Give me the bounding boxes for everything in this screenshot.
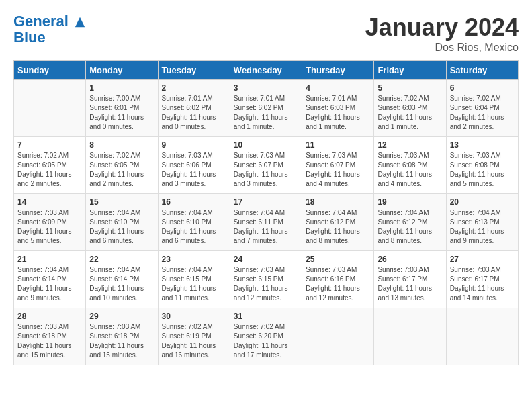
day-number: 25 (306, 255, 370, 264)
calendar-cell: 24Sunrise: 7:03 AM Sunset: 6:15 PM Dayli… (230, 251, 302, 308)
cell-content: Sunrise: 7:03 AM Sunset: 6:08 PM Dayligh… (378, 151, 442, 189)
day-header-friday: Friday (374, 61, 446, 80)
day-header-thursday: Thursday (302, 61, 374, 80)
calendar-cell: 26Sunrise: 7:03 AM Sunset: 6:17 PM Dayli… (374, 251, 446, 308)
cell-content: Sunrise: 7:03 AM Sunset: 6:08 PM Dayligh… (450, 151, 515, 189)
logo: General Blue (13, 13, 86, 46)
cell-content: Sunrise: 7:04 AM Sunset: 6:12 PM Dayligh… (306, 208, 370, 246)
day-number: 4 (306, 83, 370, 93)
day-number: 22 (89, 255, 154, 264)
month-title: January 2024 (365, 13, 519, 42)
day-number: 17 (234, 197, 298, 207)
calendar-cell: 30Sunrise: 7:02 AM Sunset: 6:19 PM Dayli… (158, 308, 230, 365)
day-number: 11 (306, 140, 370, 150)
cell-content: Sunrise: 7:03 AM Sunset: 6:15 PM Dayligh… (234, 265, 298, 303)
calendar-cell (446, 308, 518, 365)
svg-marker-0 (75, 17, 85, 27)
calendar-cell: 5Sunrise: 7:02 AM Sunset: 6:03 PM Daylig… (374, 80, 446, 137)
calendar-cell: 4Sunrise: 7:01 AM Sunset: 6:03 PM Daylig… (302, 80, 374, 137)
calendar-cell: 19Sunrise: 7:04 AM Sunset: 6:12 PM Dayli… (374, 194, 446, 251)
cell-content: Sunrise: 7:02 AM Sunset: 6:19 PM Dayligh… (162, 322, 226, 360)
calendar-cell: 2Sunrise: 7:01 AM Sunset: 6:02 PM Daylig… (158, 80, 230, 137)
day-number: 1 (89, 83, 154, 93)
cell-content: Sunrise: 7:01 AM Sunset: 6:02 PM Dayligh… (162, 94, 226, 132)
cell-content: Sunrise: 7:03 AM Sunset: 6:17 PM Dayligh… (450, 265, 515, 303)
day-number: 3 (234, 83, 298, 93)
cell-content: Sunrise: 7:03 AM Sunset: 6:07 PM Dayligh… (306, 151, 370, 189)
calendar-cell: 12Sunrise: 7:03 AM Sunset: 6:08 PM Dayli… (374, 137, 446, 194)
calendar-cell: 13Sunrise: 7:03 AM Sunset: 6:08 PM Dayli… (446, 137, 518, 194)
cell-content: Sunrise: 7:03 AM Sunset: 6:06 PM Dayligh… (162, 151, 226, 189)
cell-content: Sunrise: 7:03 AM Sunset: 6:17 PM Dayligh… (378, 265, 442, 303)
calendar-cell: 14Sunrise: 7:03 AM Sunset: 6:09 PM Dayli… (14, 194, 86, 251)
day-number: 13 (450, 140, 515, 150)
calendar-cell: 31Sunrise: 7:02 AM Sunset: 6:20 PM Dayli… (230, 308, 302, 365)
calendar-cell: 10Sunrise: 7:03 AM Sunset: 6:07 PM Dayli… (230, 137, 302, 194)
day-number: 31 (234, 312, 298, 321)
week-row-5: 28Sunrise: 7:03 AM Sunset: 6:18 PM Dayli… (14, 308, 519, 365)
day-number: 9 (162, 140, 226, 150)
logo-text2: Blue (13, 30, 86, 46)
cell-content: Sunrise: 7:04 AM Sunset: 6:14 PM Dayligh… (17, 265, 82, 303)
cell-content: Sunrise: 7:03 AM Sunset: 6:09 PM Dayligh… (17, 208, 82, 246)
day-header-wednesday: Wednesday (230, 61, 302, 80)
day-number: 28 (17, 312, 82, 321)
day-number: 15 (89, 197, 154, 207)
week-row-2: 7Sunrise: 7:02 AM Sunset: 6:05 PM Daylig… (14, 137, 519, 194)
day-number: 24 (234, 255, 298, 264)
day-number: 26 (378, 255, 442, 264)
calendar-cell: 15Sunrise: 7:04 AM Sunset: 6:10 PM Dayli… (86, 194, 158, 251)
day-header-saturday: Saturday (446, 61, 518, 80)
cell-content: Sunrise: 7:04 AM Sunset: 6:10 PM Dayligh… (89, 208, 154, 246)
cell-content: Sunrise: 7:04 AM Sunset: 6:14 PM Dayligh… (89, 265, 154, 303)
cell-content: Sunrise: 7:02 AM Sunset: 6:03 PM Dayligh… (378, 94, 442, 132)
calendar-cell: 25Sunrise: 7:03 AM Sunset: 6:16 PM Dayli… (302, 251, 374, 308)
cell-content: Sunrise: 7:01 AM Sunset: 6:02 PM Dayligh… (234, 94, 298, 132)
calendar-cell: 7Sunrise: 7:02 AM Sunset: 6:05 PM Daylig… (14, 137, 86, 194)
calendar-cell: 27Sunrise: 7:03 AM Sunset: 6:17 PM Dayli… (446, 251, 518, 308)
day-number: 10 (234, 140, 298, 150)
calendar-table: SundayMondayTuesdayWednesdayThursdayFrid… (13, 60, 519, 365)
calendar-cell (302, 308, 374, 365)
day-number: 16 (162, 197, 226, 207)
day-number: 27 (450, 255, 515, 264)
day-number: 14 (17, 197, 82, 207)
calendar-cell: 6Sunrise: 7:02 AM Sunset: 6:04 PM Daylig… (446, 80, 518, 137)
day-number: 5 (378, 83, 442, 93)
location: Dos Rios, Mexico (365, 42, 519, 54)
cell-content: Sunrise: 7:04 AM Sunset: 6:11 PM Dayligh… (234, 208, 298, 246)
day-number: 12 (378, 140, 442, 150)
logo-text: General (13, 13, 86, 30)
calendar-cell: 23Sunrise: 7:04 AM Sunset: 6:15 PM Dayli… (158, 251, 230, 308)
day-header-tuesday: Tuesday (158, 61, 230, 80)
day-number: 20 (450, 197, 515, 207)
calendar-cell: 22Sunrise: 7:04 AM Sunset: 6:14 PM Dayli… (86, 251, 158, 308)
calendar-cell: 18Sunrise: 7:04 AM Sunset: 6:12 PM Dayli… (302, 194, 374, 251)
day-number: 18 (306, 197, 370, 207)
calendar-cell: 28Sunrise: 7:03 AM Sunset: 6:18 PM Dayli… (14, 308, 86, 365)
calendar-cell: 11Sunrise: 7:03 AM Sunset: 6:07 PM Dayli… (302, 137, 374, 194)
title-block: January 2024 Dos Rios, Mexico (365, 13, 519, 54)
calendar-cell: 1Sunrise: 7:00 AM Sunset: 6:01 PM Daylig… (86, 80, 158, 137)
cell-content: Sunrise: 7:04 AM Sunset: 6:13 PM Dayligh… (450, 208, 515, 246)
cell-content: Sunrise: 7:04 AM Sunset: 6:12 PM Dayligh… (378, 208, 442, 246)
calendar-cell: 29Sunrise: 7:03 AM Sunset: 6:18 PM Dayli… (86, 308, 158, 365)
day-number: 2 (162, 83, 226, 93)
week-row-3: 14Sunrise: 7:03 AM Sunset: 6:09 PM Dayli… (14, 194, 519, 251)
cell-content: Sunrise: 7:02 AM Sunset: 6:20 PM Dayligh… (234, 322, 298, 360)
calendar-cell: 9Sunrise: 7:03 AM Sunset: 6:06 PM Daylig… (158, 137, 230, 194)
cell-content: Sunrise: 7:01 AM Sunset: 6:03 PM Dayligh… (306, 94, 370, 132)
day-header-monday: Monday (86, 61, 158, 80)
cell-content: Sunrise: 7:02 AM Sunset: 6:05 PM Dayligh… (89, 151, 154, 189)
calendar-cell: 16Sunrise: 7:04 AM Sunset: 6:10 PM Dayli… (158, 194, 230, 251)
calendar-cell: 17Sunrise: 7:04 AM Sunset: 6:11 PM Dayli… (230, 194, 302, 251)
cell-content: Sunrise: 7:02 AM Sunset: 6:04 PM Dayligh… (450, 94, 515, 132)
day-number: 29 (89, 312, 154, 321)
week-row-4: 21Sunrise: 7:04 AM Sunset: 6:14 PM Dayli… (14, 251, 519, 308)
day-number: 7 (17, 140, 82, 150)
calendar-cell: 21Sunrise: 7:04 AM Sunset: 6:14 PM Dayli… (14, 251, 86, 308)
week-row-1: 1Sunrise: 7:00 AM Sunset: 6:01 PM Daylig… (14, 80, 519, 137)
cell-content: Sunrise: 7:03 AM Sunset: 6:18 PM Dayligh… (17, 322, 82, 360)
cell-content: Sunrise: 7:04 AM Sunset: 6:10 PM Dayligh… (162, 208, 226, 246)
cell-content: Sunrise: 7:03 AM Sunset: 6:07 PM Dayligh… (234, 151, 298, 189)
